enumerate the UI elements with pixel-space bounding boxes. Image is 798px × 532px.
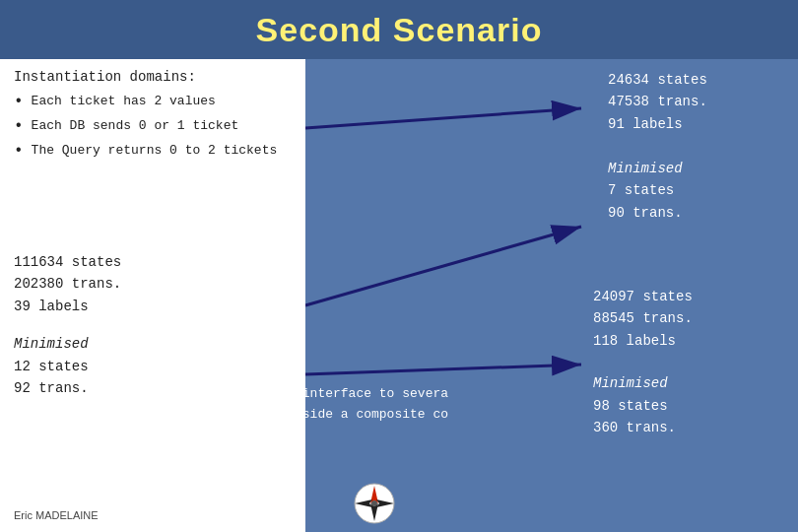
- tr-states: 24634 states: [608, 69, 786, 91]
- br-min-trans: 360 trans.: [593, 417, 786, 438]
- svg-point-9: [371, 500, 377, 506]
- min-trans: 92 trans.: [14, 377, 292, 399]
- minimised-label-br: Minimised: [593, 372, 786, 394]
- mr-trans: 90 trans.: [608, 202, 786, 224]
- minimised-label-mid: Minimised: [608, 158, 786, 179]
- br-labels: 118 labels: [593, 330, 786, 352]
- minimised-label-left: Minimised: [14, 333, 292, 355]
- center-line-1: rcast interface to severa: [256, 384, 581, 405]
- logo-area: [345, 479, 404, 528]
- center-line-2: ned inside a composite co: [256, 405, 581, 426]
- tr-labels: 91 labels: [608, 113, 786, 135]
- footer: Eric MADELAINE: [0, 498, 305, 532]
- br-states: 24097 states: [593, 286, 786, 307]
- stat-labels: 39 labels: [14, 296, 292, 317]
- bottom-right-info: 24097 states 88545 trans. 118 labels Min…: [581, 276, 798, 448]
- bullet-text-1: Each ticket has 2 values: [32, 93, 216, 110]
- list-item: • Each ticket has 2 values: [14, 93, 292, 111]
- compass-icon: [350, 481, 399, 526]
- author-label: Eric MADELAINE: [14, 509, 99, 521]
- bullet-text-2: Each DB sends 0 or 1 ticket: [32, 117, 239, 135]
- bullet-icon: •: [14, 142, 24, 161]
- page-title: Second Scenario: [256, 11, 543, 49]
- center-text-overlay: rcast interface to severa ned inside a c…: [256, 384, 581, 426]
- instantiation-card: Instantiation domains: • Each ticket has…: [0, 59, 305, 241]
- tr-trans: 47538 trans.: [608, 91, 786, 112]
- br-trans: 88545 trans.: [593, 307, 786, 329]
- stat-states: 111634 states: [14, 251, 292, 273]
- list-item: • Each DB sends 0 or 1 ticket: [14, 117, 292, 136]
- stat-trans: 202380 trans.: [14, 273, 292, 295]
- bullet-icon: •: [14, 93, 24, 111]
- bullet-text-3: The Query returns 0 to 2 tickets: [32, 142, 278, 160]
- br-min-states: 98 states: [593, 395, 786, 417]
- title-bar: Second Scenario: [0, 0, 798, 59]
- min-states: 12 states: [14, 356, 292, 377]
- instantiation-heading: Instantiation domains:: [14, 69, 292, 85]
- mid-right-info: Minimised 7 states 90 trans.: [596, 148, 798, 233]
- top-right-info: 24634 states 47538 trans. 91 labels: [596, 59, 798, 145]
- mr-states: 7 states: [608, 179, 786, 201]
- list-item: • The Query returns 0 to 2 tickets: [14, 142, 292, 161]
- instantiation-list: • Each ticket has 2 values • Each DB sen…: [14, 93, 292, 162]
- bullet-icon: •: [14, 117, 24, 136]
